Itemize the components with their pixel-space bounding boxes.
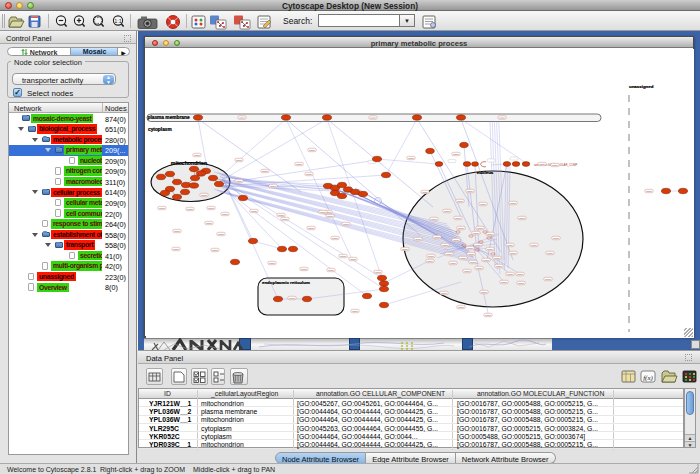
svg-text:plasma membrane: plasma membrane: [148, 115, 190, 120]
svg-text:nucleus: nucleus: [477, 170, 494, 175]
svg-text:cytoplasm: cytoplasm: [148, 127, 172, 132]
svg-text:mitochondrion: mitochondrion: [171, 160, 207, 166]
svg-text:1:1: 1:1: [114, 18, 122, 24]
svg-text:f(x): f(x): [643, 374, 653, 382]
svg-text:endoplasmic reticulum: endoplasmic reticulum: [262, 280, 310, 285]
svg-text:unassigned: unassigned: [629, 84, 654, 89]
